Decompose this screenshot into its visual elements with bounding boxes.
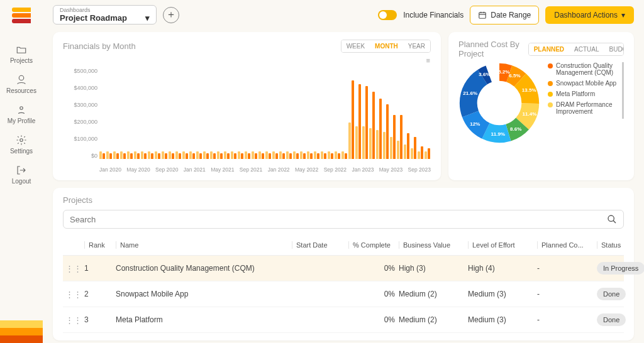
section-title: Projects [63, 195, 92, 205]
chart-legend: Construction Quality Management (CQM)Sno… [548, 62, 624, 119]
y-axis: $500,000$400,000$300,000$200,000$100,000… [63, 68, 97, 159]
drag-handle-icon[interactable]: ⋮⋮ [65, 315, 82, 325]
nav-label: Logout [12, 178, 31, 185]
table-row[interactable]: ⋮⋮3Meta Platform0%Medium (2)Medium (3)-D… [63, 307, 624, 333]
seg-planned[interactable]: PLANNED [529, 43, 569, 55]
seg-month[interactable]: MONTH [370, 40, 403, 52]
dd-value: Project Roadmap [60, 13, 127, 23]
dd-label: Dashboards [60, 7, 150, 13]
svg-rect-3 [479, 12, 486, 18]
logo [12, 8, 31, 26]
search-input[interactable] [70, 215, 607, 224]
nav-resources[interactable]: Resources [6, 74, 36, 94]
dashboard-select[interactable]: Dashboards Project Roadmap ▾ [53, 5, 157, 24]
status-badge: In Progress [597, 262, 644, 275]
svg-point-13 [608, 215, 614, 221]
table-row[interactable]: ⋮⋮1Construction Quality Management (CQM)… [63, 256, 624, 281]
search-row [63, 210, 624, 229]
include-financials-toggle[interactable] [378, 10, 397, 20]
seg-actual[interactable]: ACTUAL [569, 43, 604, 55]
card-title: Financials by Month [63, 41, 136, 51]
legend-item: Snowpact Mobile App [548, 80, 619, 87]
svg-point-0 [19, 75, 24, 80]
nav-label: Settings [10, 148, 33, 155]
cost-card: Planned Cost By Project PLANNEDACTUALBUD… [448, 32, 634, 180]
drag-handle-icon[interactable]: ⋮⋮ [65, 264, 82, 273]
date-range-label: Date Range [491, 11, 531, 19]
folder-icon [16, 44, 27, 55]
svg-point-2 [20, 139, 23, 142]
seg-week[interactable]: WEEK [341, 40, 370, 52]
topbar: Dashboards Project Roadmap ▾ ＋ Include F… [53, 5, 634, 24]
gear-icon [16, 134, 27, 146]
plus-icon: ＋ [166, 8, 176, 21]
x-axis: Jan 2020May 2020Sep 2020Jan 2021May 2021… [99, 166, 431, 173]
financials-card: Financials by Month WEEKMONTHYEAR ≡ $500… [53, 32, 441, 180]
date-range-button[interactable]: Date Range [470, 6, 539, 24]
nav-projects[interactable]: Projects [10, 44, 33, 64]
actions-label: Dashboard Actions [554, 11, 618, 19]
profile-icon [16, 104, 27, 116]
calendar-icon [478, 11, 487, 19]
bar-chart: ≡ $500,000$400,000$300,000$200,000$100,0… [63, 57, 431, 173]
donut-chart: 5.2%6.5%13.5%11.4%8.6%11.9%12%21.6%3.6% [458, 62, 540, 144]
status-badge: Done [597, 313, 626, 326]
legend-item: DRAM Performance Improvement [548, 101, 619, 115]
table-body: ⋮⋮1Construction Quality Management (CQM)… [63, 256, 624, 333]
table-header: RankNameStart Date% CompleteBusiness Val… [63, 235, 624, 256]
cost-segment: PLANNEDACTUALBUDGETED [528, 43, 624, 56]
legend-item: Meta Platform [548, 90, 619, 97]
nav-label: Resources [6, 87, 36, 94]
chart-menu-icon[interactable]: ≡ [426, 57, 431, 64]
add-dashboard-button[interactable]: ＋ [163, 7, 179, 23]
nav-settings[interactable]: Settings [10, 134, 33, 155]
legend-item: Construction Quality Management (CQM) [548, 62, 619, 76]
period-segment: WEEKMONTHYEAR [341, 40, 431, 53]
logout-icon [16, 165, 27, 176]
status-badge: Done [597, 288, 626, 300]
seg-year[interactable]: YEAR [403, 40, 430, 52]
person-icon [16, 74, 27, 85]
table-row[interactable]: ⋮⋮2Snowpact Mobile App0%Medium (2)Medium… [63, 281, 624, 307]
seg-budgeted[interactable]: BUDGETED [604, 43, 624, 55]
svg-point-1 [20, 107, 23, 110]
nav-profile[interactable]: My Profile [8, 104, 35, 124]
sidebar-footer [0, 320, 43, 343]
card-title: Planned Cost By Project [458, 40, 528, 58]
toggle-label: Include Financials [403, 11, 464, 19]
chart-bars [99, 68, 431, 159]
sidebar: Projects Resources My Profile Settings L… [0, 0, 43, 343]
drag-handle-icon[interactable]: ⋮⋮ [65, 290, 82, 299]
search-icon[interactable] [607, 214, 617, 224]
nav-label: Projects [10, 57, 33, 64]
projects-card: Projects RankNameStart Date% CompleteBus… [53, 188, 634, 340]
dashboard-actions-button[interactable]: Dashboard Actions ▾ [545, 6, 634, 24]
nav-logout[interactable]: Logout [12, 165, 31, 185]
caret-down-icon: ▾ [621, 11, 625, 19]
nav-label: My Profile [8, 117, 35, 124]
main-content: Dashboards Project Roadmap ▾ ＋ Include F… [43, 0, 644, 343]
caret-down-icon: ▾ [145, 13, 150, 23]
